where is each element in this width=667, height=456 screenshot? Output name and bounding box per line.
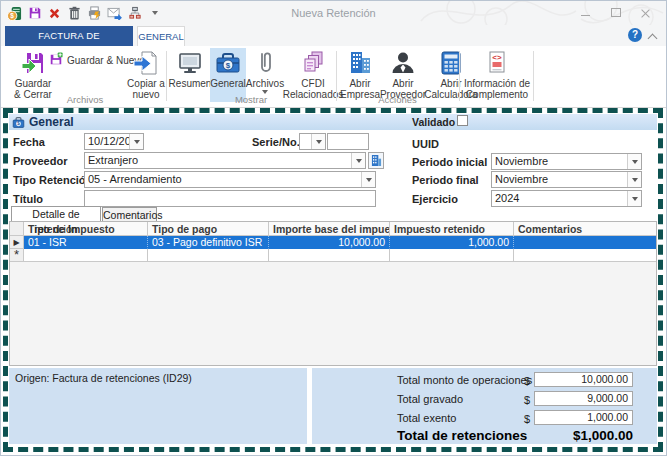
serie-combo[interactable] xyxy=(299,133,326,150)
maximize-button[interactable] xyxy=(607,5,624,20)
group-label-archivos: Archivos xyxy=(5,94,165,106)
total-exento-input[interactable]: 1,000.00 xyxy=(534,410,633,425)
dropdown-arrow-icon[interactable] xyxy=(627,154,641,169)
periodo-final-label: Periodo final xyxy=(412,174,479,186)
button-label: General xyxy=(210,78,246,89)
dropdown-arrow-icon[interactable] xyxy=(311,134,325,149)
totals-panel: Total monto de operaciones $ 10,000.00 T… xyxy=(312,368,657,444)
tipo-retencion-value: 05 - Arrendamiento xyxy=(85,172,361,187)
informacion-complemento-button[interactable]: <> Información de Complemento xyxy=(462,48,532,102)
trash-icon[interactable] xyxy=(66,4,83,22)
person-icon xyxy=(390,49,416,77)
group-label-mostrar: Mostrar xyxy=(167,94,335,106)
tab-comentarios[interactable]: Comentarios xyxy=(102,207,157,221)
periodo-final-combo[interactable]: Noviembre xyxy=(491,171,642,188)
print-icon[interactable] xyxy=(86,4,103,22)
current-row-marker: ▶ xyxy=(10,236,24,249)
periodo-inicial-combo[interactable]: Noviembre xyxy=(491,153,642,170)
qat-customize-arrow-icon[interactable] xyxy=(146,4,163,22)
grid-row-selected[interactable]: ▶ 01 - ISR 03 - Pago definitivo ISR 10,0… xyxy=(10,236,656,249)
grid-header-row: Tipo de Impuesto Tipo de pago Importe ba… xyxy=(10,222,656,236)
validado-label: Validado xyxy=(412,116,455,128)
tab-factura-de-retenciones[interactable]: FACTURA DE RETENCIONES xyxy=(5,26,133,46)
fecha-value: 10/12/2024 xyxy=(85,134,129,149)
col-importe-base[interactable]: Importe base del impuesto xyxy=(269,222,390,236)
dropdown-arrow-icon[interactable] xyxy=(129,134,143,149)
cell-tipo-impuesto[interactable]: 01 - ISR xyxy=(24,236,148,249)
group-label-acciones: Acciones xyxy=(337,94,458,106)
cell-impuesto-retenido[interactable]: 1,000.00 xyxy=(390,236,514,249)
building-small-icon xyxy=(371,154,382,167)
proveedor-combo[interactable]: Extranjero xyxy=(84,152,366,169)
title-bar: $ Nueva Retención xyxy=(1,1,666,25)
save-icon[interactable] xyxy=(26,4,43,22)
col-tipo-pago[interactable]: Tipo de pago xyxy=(148,222,269,236)
titulo-input[interactable] xyxy=(84,190,376,207)
window-controls xyxy=(577,1,654,23)
svg-text:<>: <> xyxy=(492,53,502,62)
help-button[interactable]: ? xyxy=(628,28,642,42)
quick-access-toolbar: $ xyxy=(1,1,163,25)
close-button[interactable] xyxy=(637,5,654,20)
grand-total-label: Total de retenciones xyxy=(397,428,527,443)
monitor-icon xyxy=(177,49,203,77)
periodo-inicial-value: Noviembre xyxy=(492,154,627,169)
delete-icon[interactable] xyxy=(46,4,63,22)
col-comentarios[interactable]: Comentarios xyxy=(514,222,656,236)
cell-comentarios[interactable] xyxy=(514,236,656,249)
total-gravado-input[interactable]: 9,000.00 xyxy=(534,391,633,406)
complement-icon: <> xyxy=(484,49,510,77)
total-monto-label: Total monto de operaciones xyxy=(397,374,532,386)
button-label: Archivos xyxy=(246,78,284,89)
section-title: General xyxy=(29,115,74,129)
nueva-retencion-window: $ Nueva Retención xyxy=(0,0,667,456)
cell-importe-base[interactable]: 10,000.00 xyxy=(269,236,390,249)
save-new-icon xyxy=(49,52,63,68)
row-selector-header xyxy=(10,222,24,236)
ejercicio-label: Ejercicio xyxy=(412,193,458,205)
section-header: $ General xyxy=(9,114,657,130)
origen-text: Origen: Factura de retenciones (ID29) xyxy=(9,368,307,388)
documents-icon xyxy=(300,49,326,77)
col-impuesto-retenido[interactable]: Impuesto retenido xyxy=(390,222,514,236)
minimize-button[interactable] xyxy=(577,5,594,20)
dropdown-arrow-icon[interactable] xyxy=(627,191,641,206)
dropdown-arrow-icon[interactable] xyxy=(627,172,641,187)
calculator-icon xyxy=(438,49,464,77)
fecha-label: Fecha xyxy=(13,136,45,148)
serie-combo-value xyxy=(300,134,311,149)
new-cell[interactable] xyxy=(269,249,390,262)
new-cell[interactable] xyxy=(148,249,269,262)
org-chart-icon[interactable] xyxy=(126,4,143,22)
collapse-ribbon-icon[interactable] xyxy=(649,32,657,40)
button-label: Resumen xyxy=(169,78,212,89)
grand-total-value: $1,000.00 xyxy=(533,428,633,443)
currency-sign: $ xyxy=(524,394,530,406)
open-proveedor-lookup-button[interactable] xyxy=(368,152,384,169)
serie-number-input[interactable] xyxy=(327,133,369,150)
new-cell[interactable] xyxy=(390,249,514,262)
app-icon[interactable]: $ xyxy=(6,4,23,22)
dropdown-arrow-icon[interactable] xyxy=(361,172,375,187)
ejercicio-combo[interactable]: 2024 xyxy=(491,190,642,207)
new-cell[interactable] xyxy=(514,249,656,262)
fecha-combo[interactable]: 10/12/2024 xyxy=(84,133,144,150)
tab-general[interactable]: GENERAL xyxy=(137,26,185,46)
dropdown-arrow-icon[interactable] xyxy=(351,153,365,168)
svg-text:$: $ xyxy=(10,12,14,20)
total-gravado-label: Total gravado xyxy=(397,393,463,405)
paperclip-icon xyxy=(252,49,278,77)
tipo-retencion-label: Tipo Retención xyxy=(13,174,92,186)
grid-new-row[interactable]: * xyxy=(10,249,656,262)
total-exento-label: Total exento xyxy=(397,412,456,424)
tab-detalle-de-retencion[interactable]: Detalle de retención xyxy=(11,206,101,221)
send-mail-icon[interactable] xyxy=(106,4,123,22)
group-separator xyxy=(459,51,460,101)
total-monto-input[interactable]: 10,000.00 xyxy=(534,372,633,387)
tipo-retencion-combo[interactable]: 05 - Arrendamiento xyxy=(84,171,376,188)
cell-tipo-pago[interactable]: 03 - Pago definitivo ISR xyxy=(148,236,269,249)
periodo-inicial-label: Periodo inicial xyxy=(412,156,487,168)
copy-new-icon xyxy=(133,49,159,77)
new-cell[interactable] xyxy=(24,249,148,262)
validado-checkbox[interactable] xyxy=(457,115,468,126)
